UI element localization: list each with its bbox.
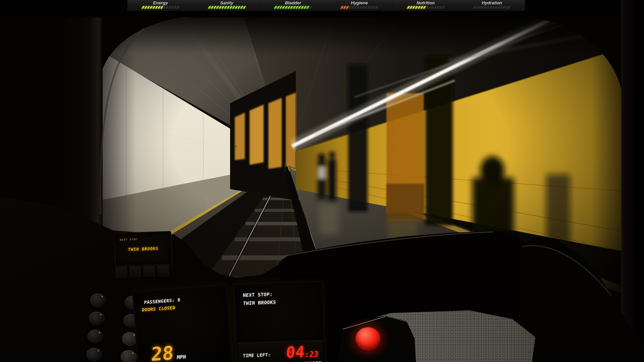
stat-hygiene: Hygiene <box>326 0 393 11</box>
mini-key[interactable] <box>143 266 155 278</box>
next-stop-label: NEXT STOP: <box>243 292 273 298</box>
stat-bar-energy <box>142 6 179 9</box>
console-button[interactable] <box>87 329 104 344</box>
time-left-row: TIME LEFT: 04 :23 <box>238 340 324 362</box>
stat-label: Hygiene <box>351 1 368 5</box>
timer-minutes: 04 <box>285 344 305 360</box>
stat-bar-hydration <box>474 6 510 9</box>
passenger-speed-screen: PASSENGERS: 0 DOORS CLOSED 28 MPH <box>132 284 233 362</box>
stat-bladder: Bladder <box>260 0 326 11</box>
next-stop-value: TWIN BROOKS <box>243 299 276 306</box>
stat-label: Energy <box>153 1 168 5</box>
needs-hud: Energy Sanity Bladder Hygiene Nutrition … <box>127 0 525 11</box>
mini-key[interactable] <box>157 265 169 277</box>
speed-value: 28 <box>151 344 174 362</box>
mini-next-stop-display: NEXT STOP TWIN BROOKS <box>114 231 172 266</box>
mini-key[interactable] <box>115 267 127 279</box>
speedometer: 28 MPH <box>151 343 186 362</box>
stat-bar-hygiene <box>341 6 378 9</box>
screen-inner: NEXT STOP: TWIN BROOKS TIME LEFT: 04 :23 <box>236 283 324 362</box>
time-left-label: TIME LEFT: <box>243 352 271 358</box>
next-stop-screen: NEXT STOP: TWIN BROOKS TIME LEFT: 04 :23 <box>233 281 326 362</box>
mini-key[interactable] <box>129 266 142 278</box>
stat-bar-sanity <box>209 6 245 9</box>
stat-nutrition: Nutrition <box>393 0 459 11</box>
emergency-stop-button[interactable] <box>356 327 380 351</box>
game-viewport: Energy Sanity Bladder Hygiene Nutrition … <box>0 0 644 362</box>
stat-hydration: Hydration <box>459 0 525 11</box>
cab-pillar-right <box>621 0 644 362</box>
stat-sanity: Sanity <box>194 0 260 11</box>
console-button[interactable] <box>90 293 107 308</box>
stat-label: Sanity <box>220 1 233 5</box>
stat-bar-bladder <box>275 6 311 9</box>
speed-unit: MPH <box>177 354 186 360</box>
mini-station-name: TWIN BROOKS <box>115 246 171 252</box>
screen-inner: PASSENGERS: 0 DOORS CLOSED 28 MPH <box>135 287 230 362</box>
stat-label: Bladder <box>285 1 301 5</box>
stat-energy: Energy <box>127 0 194 11</box>
stat-label: Hydration <box>482 1 502 5</box>
console-button[interactable] <box>120 350 137 362</box>
mini-next-stop-label: NEXT STOP <box>120 238 138 242</box>
passengers-count: PASSENGERS: 0 <box>144 297 180 305</box>
stat-bar-nutrition <box>408 6 444 9</box>
doors-status: DOORS CLOSED <box>142 305 175 312</box>
console-button[interactable] <box>88 311 105 326</box>
countdown-timer: 04 :23 <box>286 344 319 360</box>
mini-display-keys <box>115 265 169 279</box>
timer-seconds: :23 <box>305 350 319 359</box>
stat-label: Nutrition <box>417 1 435 5</box>
console-button[interactable] <box>86 347 103 362</box>
